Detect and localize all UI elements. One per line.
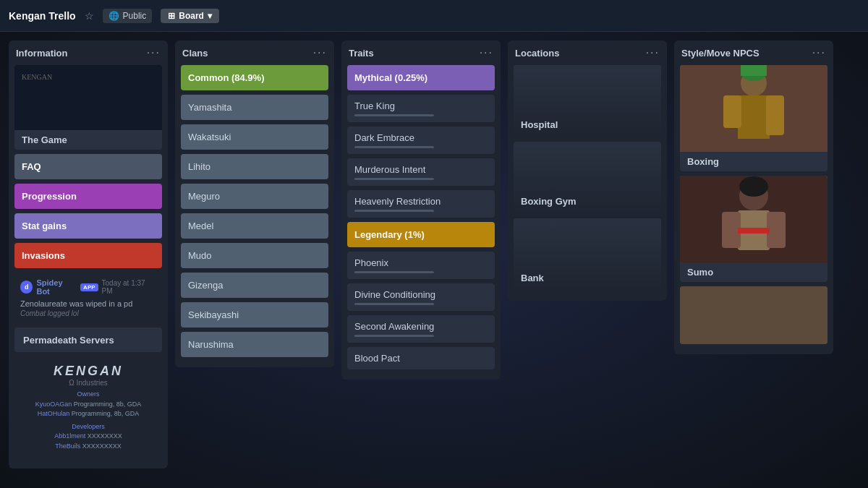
chevron-down-icon: ▾: [208, 11, 212, 21]
card-gizenga[interactable]: Gizenga: [181, 273, 328, 298]
column-traits: Traits ··· Mythical (0.25%) True King Da…: [341, 40, 501, 380]
sumo-npc-image: [680, 176, 827, 262]
svg-rect-10: [741, 65, 767, 76]
card-phoenix[interactable]: Phoenix: [347, 252, 495, 279]
chat-time: Today at 1:37 PM: [102, 279, 156, 295]
card-progression[interactable]: Progression: [14, 184, 162, 209]
card-stat-gains[interactable]: Stat gains: [14, 213, 162, 239]
card-blood-pact[interactable]: Blood Pact: [347, 347, 495, 369]
card-the-game[interactable]: KENGAN The Game: [14, 65, 162, 150]
svg-rect-21: [680, 286, 827, 344]
chat-message: Zenolaureate was wiped in a pd: [20, 299, 156, 309]
card-mudo[interactable]: Mudo: [181, 243, 328, 268]
card-medel[interactable]: Medel: [181, 213, 328, 239]
column-locations-title: Locations: [515, 48, 559, 59]
card-meguro[interactable]: Meguro: [181, 184, 328, 209]
kengan-sub: Ω Industries: [22, 379, 155, 387]
card-hospital[interactable]: Hospital: [514, 65, 661, 137]
chat-bot-header: d Spidey Bot APP Today at 1:37 PM: [20, 278, 156, 296]
third-npc-image: [680, 286, 827, 344]
card-progression-label: Progression: [22, 191, 77, 202]
card-true-king[interactable]: True King: [347, 95, 495, 122]
board-view-button[interactable]: ⊞ Board ▾: [161, 9, 219, 23]
card-line: [354, 210, 434, 212]
column-style-move-npcs-menu[interactable]: ···: [812, 46, 826, 59]
column-traits-header: Traits ···: [347, 46, 495, 59]
card-line: [354, 114, 434, 116]
card-mythical[interactable]: Mythical (0.25%): [347, 65, 495, 90]
boxing-npc-image: [680, 65, 827, 152]
column-clans: Clans ··· Common (84.9%) Yamashita Wakat…: [175, 40, 334, 367]
svg-rect-20: [738, 228, 770, 234]
column-information-title: Information: [16, 48, 68, 59]
svg-rect-0: [14, 65, 162, 130]
column-traits-menu[interactable]: ···: [480, 46, 493, 59]
card-boxing-gym-label: Boxing Gym: [521, 196, 576, 207]
card-heavenly-restriction[interactable]: Heavenly Restriction: [347, 190, 495, 218]
card-legendary[interactable]: Legendary (1%): [347, 222, 495, 247]
card-wakatsuki-label: Wakatsuki: [188, 132, 231, 142]
card-lihito[interactable]: Lihito: [181, 154, 328, 179]
card-narushima[interactable]: Narushima: [181, 332, 328, 357]
discord-icon: d: [20, 281, 33, 294]
card-mudo-label: Mudo: [188, 250, 212, 261]
card-boxing-npc[interactable]: Boxing: [680, 65, 827, 171]
card-lihito-label: Lihito: [188, 161, 210, 172]
kengan-logo: KENGAN: [22, 364, 155, 379]
card-murderous-intent[interactable]: Murderous Intent: [347, 158, 495, 186]
card-boxing-gym[interactable]: Boxing Gym: [514, 142, 661, 214]
card-medel-label: Medel: [188, 221, 213, 231]
card-faq[interactable]: FAQ: [14, 154, 162, 179]
card-third-npc[interactable]: [680, 286, 827, 344]
column-style-move-npcs-header: Style/Move NPCS ···: [680, 46, 827, 59]
card-wakatsuki[interactable]: Wakatsuki: [181, 124, 328, 150]
card-line: [354, 146, 434, 148]
globe-icon: 🌐: [109, 11, 119, 21]
star-icon[interactable]: ☆: [85, 10, 94, 22]
card-narushima-label: Narushima: [188, 339, 234, 350]
column-style-move-npcs: Style/Move NPCS ··· Boxing: [674, 40, 833, 354]
column-clans-menu[interactable]: ···: [313, 46, 327, 59]
card-second-awakening[interactable]: Second Awakening: [347, 315, 495, 343]
column-information-menu[interactable]: ···: [147, 46, 161, 59]
card-invasions[interactable]: Invasions: [14, 243, 162, 268]
card-the-game-label: The Game: [14, 130, 162, 150]
card-chat-notification: d Spidey Bot APP Today at 1:37 PM Zenola…: [14, 273, 162, 323]
card-dark-embrace-lines: [354, 146, 488, 148]
visibility-label: Public: [123, 11, 147, 21]
card-bank-label: Bank: [521, 273, 544, 283]
svg-point-16: [739, 176, 768, 197]
grid-icon: ⊞: [168, 11, 175, 21]
card-bank[interactable]: Bank: [514, 218, 661, 291]
visibility-button[interactable]: 🌐 Public: [103, 9, 153, 23]
column-traits-title: Traits: [349, 48, 374, 59]
card-common[interactable]: Common (84.9%): [181, 65, 328, 90]
card-second-awakening-label: Second Awakening: [354, 321, 488, 332]
column-information: Information ··· KENGAN The Game: [9, 40, 168, 468]
card-divine-conditioning-lines: [354, 303, 488, 305]
column-style-move-npcs-title: Style/Move NPCS: [681, 48, 760, 59]
card-faq-label: FAQ: [22, 161, 41, 172]
svg-point-4: [61, 72, 83, 94]
svg-rect-11: [738, 95, 770, 139]
card-yamashita[interactable]: Yamashita: [181, 95, 328, 120]
column-locations-header: Locations ···: [514, 46, 661, 59]
card-sumo-npc[interactable]: Sumo: [680, 176, 827, 282]
column-clans-header: Clans ···: [181, 46, 328, 59]
board-label: Board: [179, 11, 204, 21]
sumo-npc-label: Sumo: [680, 262, 827, 282]
column-locations-menu[interactable]: ···: [646, 46, 660, 59]
card-heavenly-restriction-label: Heavenly Restriction: [354, 196, 488, 207]
card-permadeath-servers[interactable]: Permadeath Servers: [14, 328, 162, 352]
board-area: Information ··· KENGAN The Game: [0, 32, 868, 488]
card-divine-conditioning[interactable]: Divine Conditioning: [347, 283, 495, 311]
card-hospital-label: Hospital: [521, 119, 558, 130]
card-sekibayashi[interactable]: Sekibayashi: [181, 302, 328, 328]
svg-text:KENGAN: KENGAN: [20, 72, 51, 80]
card-stat-gains-label: Stat gains: [22, 221, 67, 231]
kengan-dev: Owners KyuoOAGan Programming, 8b, GDA Ha…: [22, 390, 155, 451]
card-dark-embrace[interactable]: Dark Embrace: [347, 127, 495, 154]
card-mythical-label: Mythical (0.25%): [354, 72, 427, 83]
svg-rect-12: [723, 95, 741, 128]
column-locations: Locations ··· Hospital Boxing Gym Bank: [508, 40, 667, 301]
